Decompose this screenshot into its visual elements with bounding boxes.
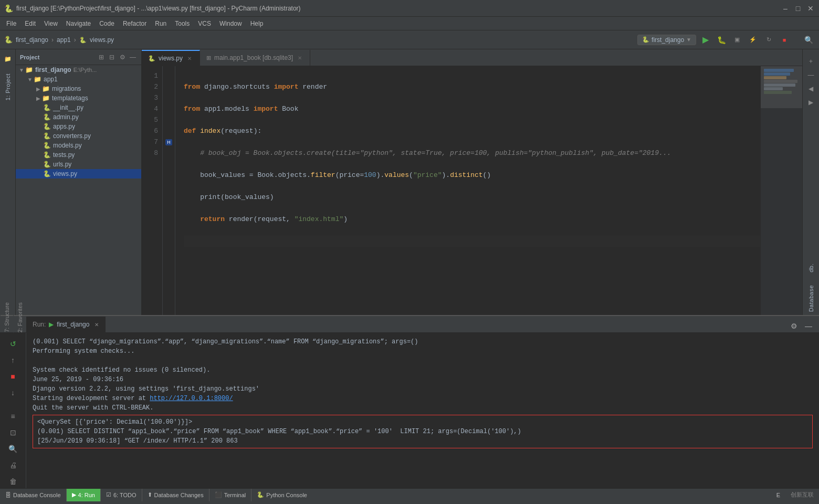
output-line-6: Starting development server at http://12… [33,394,813,403]
folder-icon: 📁 [42,94,50,102]
collapse-all-icon[interactable]: ⊟ [108,53,116,61]
scroll-down-button[interactable]: ↓ [6,386,20,400]
minimap[interactable] [760,66,802,315]
menu-navigate[interactable]: Navigate [62,19,95,28]
use-soft-wrap-button[interactable]: ⊡ [6,426,20,439]
terminal-icon: ⬛ [215,491,222,498]
run-tab-close[interactable]: ✕ [94,322,99,328]
menu-code[interactable]: Code [95,19,119,28]
toolbar-right-collapse[interactable]: — [806,69,816,81]
tree-models-py[interactable]: 🐍 models.py [16,141,141,150]
db-label[interactable]: db. [807,260,815,276]
structure-panel-toggle[interactable]: 7: Structure [0,302,13,332]
run-configuration[interactable]: 🐍 first_django ▼ [637,35,696,45]
breadcrumb-root[interactable]: first_django [16,36,48,44]
terminal-button[interactable]: ⬛ Terminal [209,489,251,501]
output-empty-1 [33,356,813,365]
menu-refactor[interactable]: Refactor [119,19,151,28]
run-output[interactable]: (0.001) SELECT “django_migrations”.“app”… [26,333,819,488]
tree-urls-py[interactable]: 🐍 urls.py [16,160,141,169]
menu-tools[interactable]: Tools [171,19,194,28]
print-button[interactable]: 🖨 [6,459,20,472]
filter-button[interactable]: 🔍 [6,442,20,455]
python-icon: 🐍 [43,132,51,140]
maximize-button[interactable]: □ [794,4,802,13]
tree-apps-py[interactable]: 🐍 apps.py [16,122,141,131]
scroll-up-button[interactable]: ↑ [6,353,20,366]
menu-edit[interactable]: Edit [20,19,40,28]
settings-icon[interactable]: ⚙ [118,53,127,61]
menu-window[interactable]: Window [215,19,246,28]
editor-area: 🐍 views.py ✕ ⊞ main.app1_book [db.sqlite… [142,49,802,315]
tree-admin-py[interactable]: 🐍 admin.py [16,112,141,122]
code-editor[interactable]: 1 2 3 4 5 6 7 8 H [142,66,802,315]
activity-bar: 📁 1: Project [0,49,16,315]
window-controls: – □ ✕ [781,4,815,13]
tab-close-db[interactable]: ✕ [296,54,303,61]
toolbar-right-expand[interactable]: + [807,56,815,67]
menu-run[interactable]: Run [151,19,171,28]
chevron-down-icon: ▼ [686,37,691,43]
minimize-button[interactable]: – [781,4,790,13]
tab-views-py[interactable]: 🐍 views.py ✕ [142,50,200,66]
python-icon: 🐍 [43,104,51,111]
run-button[interactable]: ▶ [699,34,712,46]
run-tab[interactable]: Run: ▶ first_django ✕ [26,317,106,332]
run-panel-button[interactable]: ▶ 4: Run [67,489,100,501]
update-button[interactable]: ↻ [762,34,775,46]
clear-button[interactable]: 🗑 [6,475,20,488]
debug-button[interactable]: 🐛 [715,34,728,46]
toolbar-right-btn1[interactable]: ◀ [806,83,815,94]
code-content[interactable]: from django.shortcuts import render from… [175,66,760,315]
bottom-settings-icon[interactable]: ⚙ [788,320,800,332]
status-right-label[interactable]: E [771,489,785,501]
menu-view[interactable]: View [40,19,62,28]
tree-root[interactable]: ▼ 📁 first_django E:\Pyth... [16,65,141,75]
close-button[interactable]: ✕ [806,4,815,13]
project-label[interactable]: 1: Project [4,70,12,103]
database-label[interactable]: Database [807,282,815,315]
coverage-button[interactable]: ▣ [731,34,743,46]
file-icon: 🐍 [79,37,87,43]
rerun-button[interactable]: ↺ [6,337,20,350]
output-line-2: Performing system checks... [33,346,813,356]
stop-button[interactable]: ■ [778,34,791,46]
tree-converters-py[interactable]: 🐍 converters.py [16,131,141,141]
todo-button[interactable]: ☑ 6: TODO [101,489,142,501]
tab-close-views[interactable]: ✕ [186,55,193,62]
tree-init-label: __init__.py [53,104,83,111]
minimize-panel-icon[interactable]: — [129,53,137,61]
tree-views-py[interactable]: 🐍 views.py [16,169,141,178]
tree-root-path: E:\Pyth... [74,67,97,73]
tree-tests-py[interactable]: 🐍 tests.py [16,150,141,160]
profile-button[interactable]: ⚡ [747,34,759,46]
run-label: Run: [33,321,46,328]
menu-vcs[interactable]: VCS [194,19,215,28]
panel-header-icons: ⊞ ⊟ ⚙ — [97,53,137,61]
folder-icon: 📁 [34,76,41,83]
favorites-panel-toggle[interactable]: 2: Favorites [13,302,26,332]
tree-app1[interactable]: ▼ 📁 app1 [16,75,141,84]
status-bar: 🗄 Database Console ▶ 4: Run ☑ 6: TODO ⬆ … [0,488,819,501]
bottom-minimize-icon[interactable]: — [802,320,815,332]
python-console-button[interactable]: 🐍 Python Console [251,489,312,501]
python-icon: 🐍 [43,142,51,149]
menu-help[interactable]: Help [246,19,268,28]
breadcrumb-app1[interactable]: app1 [57,36,71,44]
db-changes-button[interactable]: ⬆ Database Changes [142,489,209,501]
tab-db[interactable]: ⊞ main.app1_book [db.sqlite3] ✕ [200,50,310,66]
project-panel-toggle[interactable]: 📁 [1,51,15,66]
expand-all-icon[interactable]: ⊞ [97,53,106,61]
tree-templatetags[interactable]: ▶ 📁 templatetags [16,93,141,103]
tree-migrations[interactable]: ▶ 📁 migrations [16,84,141,93]
search-everywhere-button[interactable]: 🔍 [802,34,815,46]
dev-server-link[interactable]: http://127.0.0.1:8000/ [150,395,233,402]
toolbar-right-btn2[interactable]: ▶ [806,97,815,108]
tree-models-label: models.py [53,142,82,149]
menu-file[interactable]: File [2,19,20,28]
stop-run-button[interactable]: ■ [6,370,20,383]
tree-init-py[interactable]: 🐍 __init__.py [16,103,141,112]
database-console-button[interactable]: 🗄 Database Console [0,489,66,501]
toolbar-right: 🐍 first_django ▼ ▶ 🐛 ▣ ⚡ ↻ ■ 🔍 [637,34,815,46]
soft-wrap-button[interactable]: ≡ [6,410,20,423]
